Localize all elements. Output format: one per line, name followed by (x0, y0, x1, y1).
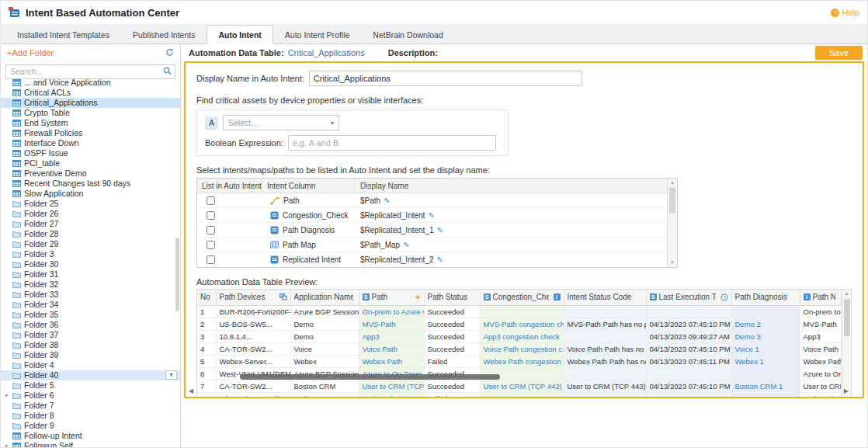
edit-icon[interactable]: ✎ (428, 211, 434, 220)
sidebar-item-folder-3[interactable]: Folder 3 (1, 249, 180, 259)
edit-icon[interactable]: ✎ (437, 255, 443, 264)
intent-table-scrollbar[interactable]: ▲ ▼ (667, 179, 677, 267)
sidebar-item-follow-up-intent[interactable]: Follow-up Intent (1, 431, 180, 441)
preview-scroll-up-icon[interactable]: ▲ (842, 290, 851, 297)
sidebar-item-critical-acls[interactable]: Critical ACLs (1, 88, 180, 98)
sidebar-item-folder-33[interactable]: Folder 33 (1, 290, 180, 300)
list-in-auto-intent-checkbox[interactable] (207, 255, 215, 264)
path-link[interactable]: Webex Path (363, 357, 403, 366)
list-in-auto-intent-checkbox[interactable] (207, 211, 215, 220)
edit-icon[interactable]: ✎ (384, 196, 390, 205)
sidebar-item-folder-34[interactable]: Folder 34 (1, 300, 180, 310)
expand-icon[interactable]: ▸ (5, 443, 12, 448)
sidebar-item-critical-applications[interactable]: Critical_Applications (1, 98, 180, 108)
col-header-congestion-check[interactable]: SCongestion_Checki (480, 290, 564, 305)
diagnosis-link[interactable]: Boston CRM 1 (735, 382, 783, 391)
congestion-link[interactable]: User to CRM (TCP 443) c... (484, 382, 564, 391)
scroll-right-icon[interactable]: ▶ (844, 387, 849, 394)
sidebar-item-folder-39[interactable]: Folder 39 (1, 350, 180, 360)
sidebar-item-end-system[interactable]: End System (1, 118, 180, 128)
sidebar-item-folder-9[interactable]: Folder 9 (1, 421, 180, 431)
list-in-auto-intent-checkbox[interactable] (207, 241, 215, 249)
tab-installed-intent-templates[interactable]: Installed Intent Templates (5, 25, 121, 43)
sidebar-item-folder-29[interactable]: Folder 29 (1, 239, 180, 249)
list-in-auto-intent-checkbox[interactable] (207, 226, 215, 234)
sidebar-item-folder-32[interactable]: Folder 32 (1, 280, 180, 290)
col-header-intent-status-code[interactable]: Intent Status Code (564, 290, 646, 305)
congestion-link[interactable]: App3 congestion check (484, 332, 560, 341)
sidebar-item-folder-26[interactable]: Folder 26 (1, 209, 180, 219)
sidebar-item-and-voice-application[interactable]: ... and Voice Application (1, 78, 180, 88)
save-button[interactable]: Save (815, 46, 863, 60)
diagnosis-link[interactable]: Demo 3 (735, 332, 761, 341)
search-icon[interactable] (163, 67, 172, 75)
sidebar-item-folder-28[interactable]: Folder 28 (1, 229, 180, 239)
sidebar-item-preventive-demo[interactable]: Preventive Demo (1, 168, 180, 179)
sidebar-item-folder-7[interactable]: Folder 7 (1, 401, 180, 411)
sidebar-item-folder-38[interactable]: Folder 38 (1, 340, 180, 350)
col-header-no[interactable]: No. (197, 290, 216, 305)
boolean-expression-input[interactable] (288, 135, 496, 151)
sidebar-item-followup-self[interactable]: ▸Followup Self (1, 441, 180, 448)
sidebar-item-folder-40[interactable]: Folder 40▾ (1, 370, 180, 380)
col-header-path-status[interactable]: Path Status (424, 290, 480, 305)
sidebar-item-folder-4[interactable]: Folder 4 (1, 360, 180, 370)
sidebar-item-crypto-table[interactable]: Crypto Table (1, 108, 180, 118)
sidebar-item-folder-25[interactable]: Folder 25 (1, 199, 180, 209)
path-link[interactable]: Web Path (363, 394, 395, 399)
col-header-application-name[interactable]: Application Name (290, 290, 359, 305)
sidebar-item-recent-changes-last-90-days[interactable]: Recent Changes last 90 days (1, 179, 180, 189)
intent-table-scrollbar-thumb[interactable] (669, 187, 675, 214)
refresh-icon[interactable] (165, 48, 174, 57)
condition-select[interactable]: Select... ▾ (223, 115, 339, 130)
col-header-path[interactable]: SPath (359, 290, 424, 305)
col-header-path-diagnosis[interactable]: Path Diagnosis (731, 290, 800, 305)
tab-published-intents[interactable]: Published Intents (121, 25, 207, 43)
scroll-up-icon[interactable]: ▲ (668, 179, 677, 186)
sidebar-item-folder-30[interactable]: Folder 30 (1, 259, 180, 269)
edit-icon[interactable]: ✎ (403, 241, 409, 249)
sidebar-item-folder-37[interactable]: Folder 37 (1, 330, 180, 340)
list-in-auto-intent-checkbox[interactable] (207, 196, 215, 205)
add-folder-button[interactable]: +Add Folder (7, 48, 54, 57)
path-link[interactable]: Voice Path (363, 345, 398, 353)
diagnosis-link[interactable]: Demo 2 (735, 320, 761, 328)
preview-scrollbar-thumb[interactable] (844, 299, 850, 336)
diagnosis-link[interactable]: Webex 1 (735, 357, 764, 366)
tab-auto-intent[interactable]: Auto Intent (207, 25, 273, 44)
sidebar-item-folder-35[interactable]: Folder 35 (1, 310, 180, 320)
sidebar-item-folder-31[interactable]: Folder 31 (1, 269, 180, 280)
tab-auto-intent-profile[interactable]: Auto Intent Profile (273, 25, 361, 43)
scroll-left-icon[interactable]: ◀ (189, 387, 193, 394)
sidebar-item-interface-down[interactable]: Interface Down (1, 138, 180, 148)
scroll-down-icon[interactable]: ▼ (668, 259, 677, 266)
display-name-input[interactable] (309, 71, 582, 86)
sidebar-scrollbar[interactable] (175, 85, 180, 448)
horizontal-scrollbar-thumb[interactable] (240, 374, 500, 380)
col-header-last-execution-time[interactable]: SLast Execution Time (646, 290, 731, 305)
sidebar-scrollbar-thumb[interactable] (175, 238, 179, 311)
congestion-link[interactable]: Webex Path congestion ... (484, 357, 564, 366)
table-name-link[interactable]: Critical_Applications (288, 48, 365, 57)
edit-icon[interactable]: ✎ (437, 226, 443, 234)
tab-netbrain-download[interactable]: NetBrain Download (361, 25, 454, 43)
path-link[interactable]: On-prem to Azure via Expre... (363, 307, 425, 316)
sidebar-item-pci-table[interactable]: PCI_table (1, 158, 180, 168)
congestion-link[interactable]: Voice Path congestion c... (484, 345, 564, 353)
col-header-path-devices[interactable]: Path Devices (216, 290, 290, 305)
sidebar-item-folder-8[interactable]: Folder 8 (1, 411, 180, 421)
sidebar-item-ospf-issue[interactable]: OSPF Issue (1, 148, 180, 158)
expand-icon[interactable]: ▸ (5, 392, 12, 398)
sidebar-item-firewall-policies[interactable]: Firewall Policies (1, 128, 180, 138)
path-link[interactable]: User to CRM (TCP 443) (363, 382, 425, 391)
congestion-link[interactable]: MVS-Path congestion ch... (484, 320, 564, 328)
help-link[interactable]: ? Help (831, 8, 859, 17)
diagnosis-link[interactable]: Voice 1 (735, 345, 759, 353)
sidebar-item-folder-27[interactable]: Folder 27 (1, 219, 180, 229)
path-link[interactable]: MVS-Path (363, 320, 396, 328)
sidebar-item-folder-5[interactable]: Folder 5 (1, 380, 180, 391)
sidebar-item-folder-36[interactable]: Folder 36 (1, 320, 180, 330)
col-header-path-name[interactable]: iPath Name (800, 290, 842, 305)
preview-scrollbar[interactable]: ▲ (842, 290, 851, 398)
sidebar-item-slow-application[interactable]: Slow Application (1, 189, 180, 199)
